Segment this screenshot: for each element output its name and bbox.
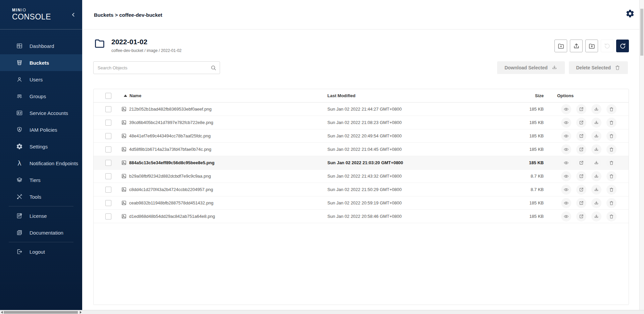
sidebar-item-service-accounts[interactable]: Service Accounts (0, 105, 82, 121)
object-name[interactable]: 48e41ef7e69c443494cc78b7aaf25fdc.png (129, 133, 211, 138)
download-button[interactable] (591, 198, 601, 208)
select-all-checkbox[interactable] (105, 93, 111, 99)
logout-icon (16, 248, 23, 255)
preview-button[interactable] (561, 171, 571, 181)
download-button[interactable] (591, 118, 601, 128)
upload-file-button[interactable] (570, 40, 583, 52)
preview-button[interactable] (561, 118, 571, 128)
table-row[interactable]: ceab9832b11948bfb2887578dd451432.pngSun … (94, 196, 629, 210)
object-name[interactable]: d1ed868d48b54dd29ac842ab751a64e8.png (129, 214, 215, 219)
object-name[interactable]: c8dd4c1d270f43a2b4724ccbb2204957.png (129, 187, 213, 192)
vertical-scrollbar-thumb[interactable] (640, 9, 643, 56)
row-checkbox[interactable] (105, 213, 111, 219)
vertical-scrollbar[interactable] (639, 0, 644, 310)
sidebar-item-groups[interactable]: Groups (0, 88, 82, 105)
delete-button[interactable] (606, 144, 616, 154)
download-selected-button[interactable]: Download Selected (497, 61, 565, 74)
sidebar-item-documentation[interactable]: Documentation (0, 224, 82, 241)
preview-button[interactable] (561, 198, 571, 208)
preview-button[interactable] (561, 211, 571, 222)
table-row[interactable]: 4d58f8b1b6714a23a73fd47bfae0b74c.pngSun … (94, 143, 629, 156)
sidebar-item-tiers[interactable]: Tiers (0, 172, 82, 188)
table-row[interactable]: 39cd6b405bc241d7897e782fcb722e8e.pngSun … (94, 116, 629, 129)
row-checkbox[interactable] (105, 120, 111, 126)
objects-table: Name Last Modified Size Options 212b052b… (93, 89, 629, 305)
download-button[interactable] (591, 211, 601, 222)
delete-button[interactable] (606, 118, 616, 128)
new-path-button[interactable] (554, 40, 567, 52)
object-name[interactable]: 39cd6b405bc241d7897e782fcb722e8e.png (129, 120, 213, 125)
share-icon (579, 147, 584, 152)
table-row[interactable]: 884a5c13c5e34eff89c56d8c95bee8e5.pngSun … (94, 156, 629, 170)
table-row[interactable]: b29a08fbf92342d882dcbdf7e9c9c9aa.pngSun … (94, 170, 629, 183)
download-button[interactable] (591, 144, 601, 154)
table-row[interactable]: 48e41ef7e69c443494cc78b7aaf25fdc.pngSun … (94, 129, 629, 143)
gear-icon[interactable] (626, 9, 635, 18)
object-name[interactable]: ceab9832b11948bfb2887578dd451432.png (129, 200, 213, 205)
sidebar-item-logout[interactable]: Logout (0, 243, 82, 260)
table-row[interactable]: 212b052b1bad482fb8369533ebf0aeef.pngSun … (94, 103, 629, 116)
share-button[interactable] (576, 185, 586, 195)
refresh-button[interactable] (616, 40, 629, 52)
download-button[interactable] (591, 158, 601, 168)
scroll-left-arrow[interactable] (1, 311, 3, 314)
object-name[interactable]: b29a08fbf92342d882dcbdf7e9c9c9aa.png (129, 174, 211, 179)
download-button[interactable] (591, 171, 601, 181)
sidebar-item-dashboard[interactable]: Dashboard (0, 38, 82, 54)
row-checkbox[interactable] (105, 160, 111, 166)
horizontal-scrollbar-thumb[interactable] (4, 311, 78, 314)
delete-button[interactable] (606, 158, 616, 168)
sidebar-collapse-button[interactable] (70, 11, 77, 18)
preview-button[interactable] (561, 185, 571, 195)
table-row[interactable]: c8dd4c1d270f43a2b4724ccbb2204957.pngSun … (94, 183, 629, 196)
table-body: 212b052b1bad482fb8369533ebf0aeef.pngSun … (94, 103, 629, 223)
table-row[interactable]: d1ed868d48b54dd29ac842ab751a64e8.pngSun … (94, 210, 629, 223)
delete-button[interactable] (606, 198, 616, 208)
share-button[interactable] (576, 131, 586, 141)
sidebar-item-tools[interactable]: Tools (0, 188, 82, 205)
row-checkbox[interactable] (105, 106, 111, 112)
row-checkbox[interactable] (105, 187, 111, 193)
preview-button[interactable] (561, 144, 571, 154)
share-button[interactable] (576, 198, 586, 208)
breadcrumb[interactable]: Buckets > coffee-dev-bucket (94, 0, 162, 29)
rewind-button[interactable] (601, 40, 613, 52)
share-button[interactable] (576, 118, 586, 128)
object-name[interactable]: 4d58f8b1b6714a23a73fd47bfae0b74c.png (129, 147, 211, 152)
sidebar-item-iam-policies[interactable]: IAM Policies (0, 121, 82, 138)
delete-button[interactable] (606, 185, 616, 195)
row-checkbox[interactable] (105, 146, 111, 152)
object-size: 185 KB (503, 160, 544, 165)
search-input[interactable] (93, 61, 220, 74)
column-header-name[interactable]: Name (121, 93, 327, 98)
row-checkbox[interactable] (105, 200, 111, 206)
object-name[interactable]: 884a5c13c5e34eff89c56d8c95bee8e5.png (129, 160, 214, 165)
share-button[interactable] (576, 158, 586, 168)
preview-button[interactable] (561, 158, 571, 168)
share-button[interactable] (576, 211, 586, 222)
delete-button[interactable] (606, 171, 616, 181)
download-button[interactable] (591, 185, 601, 195)
delete-button[interactable] (606, 211, 616, 222)
share-button[interactable] (576, 104, 586, 114)
sidebar-item-license[interactable]: License (0, 207, 82, 224)
horizontal-scrollbar[interactable] (0, 310, 644, 314)
preview-button[interactable] (561, 131, 571, 141)
sidebar-item-users[interactable]: Users (0, 71, 82, 88)
upload-folder-button[interactable] (585, 40, 598, 52)
preview-button[interactable] (561, 104, 571, 114)
scroll-right-arrow[interactable] (80, 311, 82, 314)
sidebar-item-buckets[interactable]: Buckets (0, 54, 82, 71)
sidebar-item-settings[interactable]: Settings (0, 138, 82, 155)
delete-button[interactable] (606, 131, 616, 141)
row-checkbox[interactable] (105, 133, 111, 139)
download-button[interactable] (591, 104, 601, 114)
share-button[interactable] (576, 171, 586, 181)
share-button[interactable] (576, 144, 586, 154)
row-checkbox[interactable] (105, 173, 111, 179)
delete-button[interactable] (606, 104, 616, 114)
download-button[interactable] (591, 131, 601, 141)
object-name[interactable]: 212b052b1bad482fb8369533ebf0aeef.png (129, 107, 212, 112)
delete-selected-button[interactable]: Delete Selected (569, 61, 628, 74)
sidebar-item-notification-endpoints[interactable]: λNotification Endpoints (0, 155, 82, 172)
